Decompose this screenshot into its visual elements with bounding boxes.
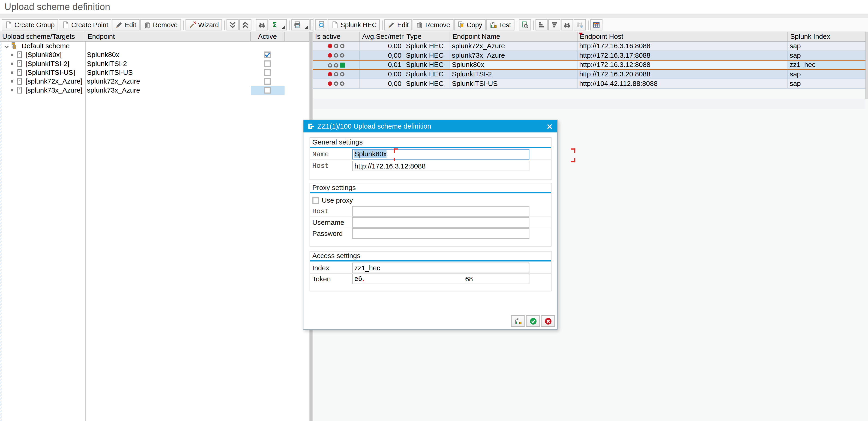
table-row-selected[interactable]: 0,01 Splunk HEC Splunk80x http://172.16.… xyxy=(313,60,865,70)
grid-vertical-scrollbar[interactable] xyxy=(865,32,868,99)
tree-root-label[interactable]: Default scheme xyxy=(22,41,70,50)
tree-row-splunk72x-azure[interactable]: [splunk72x_Azure] splunk72x_Azure xyxy=(0,77,310,86)
tree-item-label[interactable]: [Splunk80x] xyxy=(25,50,62,59)
tree-item-label[interactable]: [splunk73x_Azure] xyxy=(25,86,82,95)
index-field[interactable] xyxy=(352,263,529,273)
copy-endpoint-button[interactable]: Copy xyxy=(454,20,486,30)
tree-item-endpoint[interactable]: SplunkITSI-US xyxy=(87,68,133,77)
grid-header-endpoint-host[interactable]: Endpoint Host xyxy=(578,32,788,41)
tree-row-default-scheme[interactable]: Default scheme xyxy=(0,41,310,50)
edit-button[interactable]: Edit xyxy=(112,20,140,30)
wizard-button[interactable]: Wizard xyxy=(185,20,222,30)
sum-button[interactable]: Σ xyxy=(269,20,287,30)
token-row: Token e6 68 xyxy=(310,274,551,285)
dialog-title-bar[interactable]: ZZ1(1)/100 Upload scheme definition xyxy=(303,120,557,132)
display-details-button[interactable] xyxy=(519,20,531,30)
splunk-index-cell: zz1_hec xyxy=(788,61,865,69)
active-checkbox[interactable] xyxy=(264,78,271,85)
grid-header-type[interactable]: Type xyxy=(404,32,450,41)
is-active-cell xyxy=(313,51,360,60)
table-row[interactable]: 0,00 Splunk HEC splunk73x_Azure http://1… xyxy=(313,51,865,60)
active-checkbox[interactable] xyxy=(264,60,271,67)
is-active-cell xyxy=(313,70,360,79)
test-endpoint-button[interactable]: Test xyxy=(486,20,514,30)
proxy-host-field[interactable] xyxy=(352,206,529,217)
host-row: Host xyxy=(310,161,551,172)
grid-header-endpoint-name[interactable]: Endpoint Name xyxy=(450,32,578,41)
dropdown-triangle-icon xyxy=(305,25,308,29)
target-point-icon xyxy=(16,86,23,94)
tree-header-targets[interactable]: Upload scheme/Targets xyxy=(0,32,85,41)
sort-ascending-button[interactable] xyxy=(535,20,548,30)
password-field[interactable] xyxy=(352,228,529,239)
create-splunk-hec-button[interactable]: Splunk HEC xyxy=(328,20,380,30)
tree-item-endpoint[interactable]: splunk73x_Azure xyxy=(87,86,140,95)
create-group-button[interactable]: Create Group xyxy=(2,20,58,30)
status-led-stopped xyxy=(328,72,344,77)
tree-column-divider[interactable] xyxy=(85,41,86,421)
username-row: Username xyxy=(310,217,551,228)
tree-item-endpoint[interactable]: Splunk80x xyxy=(87,50,119,59)
tree-item-label[interactable]: [splunk72x_Azure] xyxy=(25,77,82,86)
tree-header-empty xyxy=(285,32,310,41)
collapse-all-button[interactable] xyxy=(239,20,251,30)
table-row[interactable]: 0,00 Splunk HEC SplunkITSI-US http://104… xyxy=(313,79,865,89)
active-checkbox-checked[interactable] xyxy=(264,52,271,58)
tree-item-endpoint[interactable]: splunk72x_Azure xyxy=(87,77,140,86)
tree-row-splunkitsi-2[interactable]: [SplunkITSI-2] SplunkITSI-2 xyxy=(0,59,310,68)
dialog-cancel-button[interactable] xyxy=(541,315,555,327)
name-field[interactable]: Splunk80x xyxy=(352,149,529,160)
username-field[interactable] xyxy=(352,217,529,228)
table-row[interactable]: 0,00 Splunk HEC SplunkITSI-2 http://172.… xyxy=(313,70,865,79)
tree-header-active[interactable]: Active xyxy=(251,32,284,41)
dialog-confirm-button[interactable] xyxy=(526,315,540,327)
find-next-button-disabled[interactable] xyxy=(574,20,586,30)
tree-item-label[interactable]: [SplunkITSI-US] xyxy=(25,68,75,77)
tree-row-splunkitsi-us[interactable]: [SplunkITSI-US] SplunkITSI-US xyxy=(0,68,310,77)
grid-header-is-active[interactable]: Is active xyxy=(313,32,360,41)
remove-button[interactable]: Remove xyxy=(140,20,181,30)
status-led-stopped xyxy=(328,53,344,58)
table-view-button[interactable] xyxy=(590,20,602,30)
target-point-icon xyxy=(16,78,23,85)
tree-left-stripe xyxy=(0,41,2,421)
token-field[interactable]: e6 68 xyxy=(352,274,529,284)
scheme-hierarchy-icon xyxy=(10,42,18,50)
proxy-host-row: Host xyxy=(310,206,551,217)
status-led-running xyxy=(328,63,345,68)
refresh-button[interactable] xyxy=(315,20,328,30)
avg-cell: 0,00 xyxy=(360,41,404,50)
print-button[interactable] xyxy=(291,20,310,30)
access-settings-title: Access settings xyxy=(310,251,551,262)
dialog-test-button[interactable] xyxy=(511,315,525,327)
close-icon[interactable] xyxy=(546,122,554,131)
tree-header-endpoint[interactable]: Endpoint xyxy=(85,32,251,41)
tree-item-label[interactable]: [SplunkITSI-2] xyxy=(25,59,69,68)
toolbar-separator xyxy=(533,20,534,30)
tree-row-splunk80x[interactable]: [Splunk80x] Splunk80x xyxy=(0,50,310,59)
general-settings-group: General settings Name Splunk80x Host xyxy=(310,137,552,180)
host-field[interactable] xyxy=(352,161,529,171)
active-checkbox[interactable] xyxy=(264,69,271,76)
use-proxy-checkbox[interactable] xyxy=(312,197,319,204)
tree-item-endpoint[interactable]: SplunkITSI-2 xyxy=(87,59,127,68)
active-checkbox[interactable] xyxy=(264,87,271,94)
grid-header-splunk-index[interactable]: Splunk Index xyxy=(788,32,865,41)
find-button[interactable] xyxy=(256,20,268,30)
expand-all-button[interactable] xyxy=(226,20,239,30)
bullet-icon xyxy=(11,71,13,74)
sort-descending-button[interactable] xyxy=(548,20,560,30)
bullet-icon xyxy=(11,54,13,56)
endpoint-host-cell: http://104.42.112.88:8088 xyxy=(578,79,788,88)
find-entries-button[interactable] xyxy=(561,20,573,30)
tree-row-splunk73x-azure[interactable]: [splunk73x_Azure] splunk73x_Azure xyxy=(0,86,310,95)
create-point-button[interactable]: Create Point xyxy=(59,20,112,30)
dialog-title: ZZ1(1)/100 Upload scheme definition xyxy=(317,120,431,132)
create-point-label: Create Point xyxy=(71,21,108,29)
upload-scheme-definition-screen: Upload scheme definition Create Group Cr… xyxy=(0,0,868,421)
table-row[interactable]: 0,00 Splunk HEC splunk72x_Azure http://1… xyxy=(313,41,865,51)
remove-endpoint-button[interactable]: Remove xyxy=(412,20,454,30)
grid-header-avg[interactable]: Avg.Sec/metric xyxy=(360,32,404,41)
upload-scheme-tree-panel: Upload scheme/Targets Endpoint Active De… xyxy=(0,32,310,421)
edit-endpoint-button[interactable]: Edit xyxy=(384,20,412,30)
